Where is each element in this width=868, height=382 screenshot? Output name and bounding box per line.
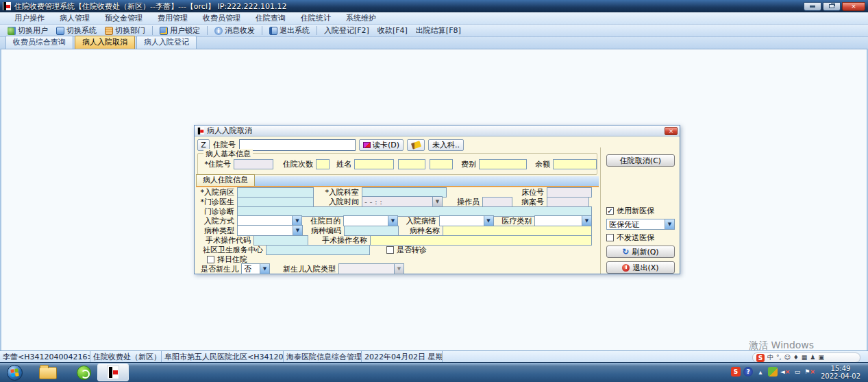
ime-mode-icon[interactable]: 中	[767, 355, 773, 361]
menu-deposit-mgmt[interactable]: 预交金管理	[97, 12, 150, 24]
admission-no-label: *住院号	[201, 159, 234, 169]
menu-fee-mgmt[interactable]: 费用管理	[150, 12, 195, 24]
tab-admission-register[interactable]: 病人入院登记	[136, 36, 197, 49]
toolbar-separator	[262, 26, 262, 35]
chevron-down-icon: ▼	[260, 264, 269, 274]
chevron-down-icon: ▼	[432, 197, 442, 206]
action-center-flag-icon[interactable]: ⚑×	[805, 367, 815, 377]
windows-logo-icon	[10, 368, 18, 377]
disease-name-field[interactable]	[443, 226, 592, 236]
menu-inpatient-stats[interactable]: 住院统计	[293, 12, 338, 24]
switch-system-label: 切换系统	[66, 25, 97, 36]
admission-time-label: 入院时间	[318, 197, 362, 207]
volume-muted-icon[interactable]: ◄×	[780, 367, 790, 377]
admission-register-button[interactable]: 入院登记[F2]	[321, 25, 373, 36]
refresh-icon: ↻	[622, 248, 629, 256]
network-icon[interactable]: ▭	[793, 367, 802, 377]
file-explorer-icon[interactable]	[39, 367, 57, 379]
scheduled-admission-checkbox[interactable]	[207, 256, 214, 263]
tab-admission-cancel[interactable]: 病人入院取消	[75, 36, 135, 49]
chevron-down-icon: ▼	[582, 216, 591, 226]
close-button[interactable]: ×	[842, 2, 865, 11]
app-tray-icon[interactable]	[768, 367, 778, 377]
active-app-taskbar-button[interactable]	[97, 363, 129, 381]
cancel-admission-button[interactable]: 住院取消(C)	[606, 154, 675, 167]
bed-no-label: 床位号	[517, 187, 547, 198]
use-new-insurance-checkbox[interactable]: ✓	[606, 207, 614, 215]
help-tray-icon[interactable]: ?	[743, 367, 753, 377]
operation-code-field[interactable]	[253, 235, 308, 246]
gender-field[interactable]	[398, 159, 425, 169]
dialog-close-button[interactable]: ×	[665, 127, 678, 135]
stay-info-tab[interactable]: 病人住院信息	[196, 174, 255, 186]
admission-no-field[interactable]	[234, 159, 273, 169]
discharge-settle-button[interactable]: 出院结算[F8]	[412, 25, 464, 36]
collect-payment-button[interactable]: 收款[F4]	[374, 25, 411, 36]
operator-field[interactable]	[482, 197, 512, 207]
clear-button[interactable]	[407, 139, 425, 151]
toolbar-separator	[152, 26, 153, 35]
switch-dept-button[interactable]: 切换部门	[101, 25, 149, 36]
admission-condition-label: 入院病情	[401, 216, 439, 226]
admission-no-input[interactable]	[239, 139, 356, 151]
community-center-field[interactable]	[266, 245, 370, 255]
insurance-voucher-value: 医保凭证	[607, 219, 665, 230]
taskbar-clock[interactable]: 15:49 2022-04-02	[817, 365, 864, 380]
menu-system-maintenance[interactable]: 系统维护	[338, 12, 384, 24]
exit-button[interactable]: 退出(X)	[606, 261, 675, 274]
exit-system-button[interactable]: 退出系统	[266, 25, 313, 36]
chevron-down-icon: ▼	[394, 264, 404, 274]
basic-info-group-title: 病人基本信息	[203, 149, 253, 159]
switch-system-button[interactable]: 切换系统	[53, 25, 100, 36]
admission-count-field[interactable]	[316, 159, 330, 169]
menu-cashier-mgmt[interactable]: 收费员管理	[195, 12, 248, 24]
menu-user-ops[interactable]: 用户操作	[7, 12, 52, 24]
menu-inpatient-query[interactable]: 住院查询	[248, 12, 293, 24]
ime-skin-icon[interactable]: ♟	[810, 355, 815, 361]
read-card-button[interactable]: 读卡(D)	[359, 139, 404, 151]
newborn-label: 是否新生儿	[197, 264, 241, 274]
refresh-button[interactable]: ↻ 刷新(Q)	[606, 246, 675, 258]
ime-toolbox-icon[interactable]: ▣	[818, 355, 824, 361]
outpatient-doctor-field[interactable]	[237, 197, 314, 207]
browser-icon[interactable]	[77, 366, 91, 380]
ward-field[interactable]	[237, 187, 314, 198]
status-date: 2022年04月02日 星期六	[362, 351, 443, 362]
bed-no-field[interactable]	[547, 187, 592, 198]
fee-type-label: 费别	[458, 159, 479, 169]
ime-keyboard-icon[interactable]: ▦	[802, 355, 808, 361]
name-field[interactable]	[354, 159, 394, 169]
fee-type-field[interactable]	[479, 159, 527, 169]
admission-cancel-dialog: 病人入院取消 × Z 住院号 读卡(D) 未入科.. 病人基本信息 *住院号 住…	[194, 125, 680, 274]
restore-button[interactable]	[823, 2, 841, 11]
start-button[interactable]	[7, 365, 23, 381]
hidden-icons-caret[interactable]: ▴	[756, 367, 765, 377]
menu-patient-mgmt[interactable]: 病人管理	[52, 12, 97, 24]
newborn-select[interactable]: 否 ▼	[241, 263, 270, 274]
chevron-down-icon: ▼	[293, 226, 302, 235]
user-lock-icon	[160, 27, 168, 35]
record-no-field[interactable]	[547, 197, 589, 207]
ime-punct-icon[interactable]: °,	[776, 355, 781, 361]
system-tray: S ? ▴ ◄× ▭ ⚑×	[731, 367, 815, 377]
switch-dept-label: 切换部门	[115, 25, 145, 36]
ime-toolbar[interactable]: S 中 °, ☺ ♦ ▦ ♟ ▣	[752, 353, 860, 363]
tab-cashier-query[interactable]: 收费员综合查询	[5, 36, 73, 49]
pending-dept-button[interactable]: 未入科..	[428, 139, 464, 151]
minimize-button[interactable]	[804, 2, 821, 11]
user-lock-button[interactable]: 用户锁定	[156, 25, 203, 36]
messages-button[interactable]: i消息收发	[211, 25, 258, 36]
sogou-tray-icon[interactable]: S	[731, 367, 741, 377]
sogou-icon[interactable]: S	[756, 354, 765, 362]
disease-code-field[interactable]	[344, 226, 399, 236]
ime-mic-icon[interactable]: ♦	[793, 355, 799, 361]
transfer-checkbox[interactable]	[386, 246, 394, 254]
insurance-voucher-select[interactable]: 医保凭证 ▼	[606, 219, 675, 230]
his-app-icon	[108, 366, 119, 379]
age-field[interactable]	[430, 159, 453, 169]
ime-emoji-icon[interactable]: ☺	[784, 355, 790, 361]
operation-name-field[interactable]	[370, 235, 592, 246]
no-send-insurance-checkbox[interactable]	[606, 234, 614, 241]
switch-user-button[interactable]: 切换用户	[4, 25, 51, 36]
balance-field[interactable]	[553, 159, 597, 169]
